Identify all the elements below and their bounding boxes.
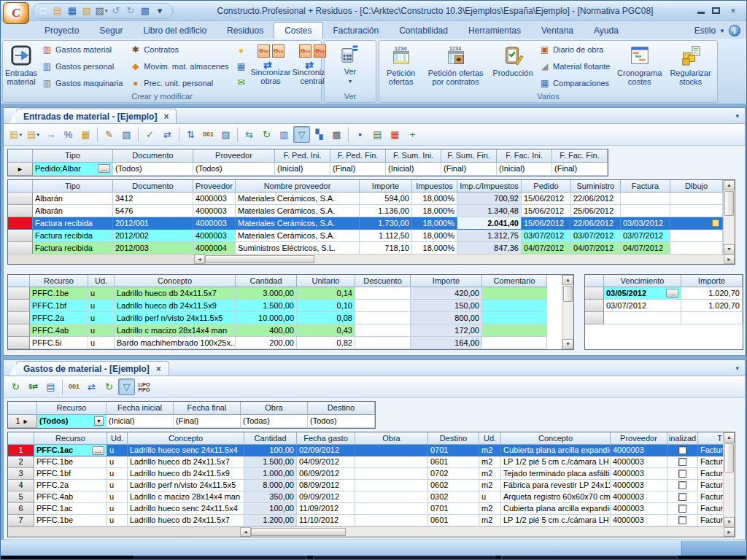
money-transfer-icon[interactable]: $⇄ (25, 378, 42, 395)
regularizar-stocks-button[interactable]: Regularizar stocks (666, 42, 715, 91)
estilo-label[interactable]: Estilo (694, 26, 716, 36)
gastos-material-button[interactable]: ▥Gastos material (39, 44, 125, 55)
venc-browse-button[interactable]: … (666, 289, 678, 298)
export-grid-icon[interactable]: ▦ (387, 126, 403, 143)
filter-icon[interactable]: ▽ (293, 126, 310, 143)
peticion-ofertas-button[interactable]: 1234 Petición ofertas (382, 42, 420, 91)
open-copy-icon[interactable]: ▤▾ (25, 126, 42, 143)
finalizado-checkbox[interactable] (678, 516, 686, 524)
tab-ayuda[interactable]: Ayuda (584, 23, 629, 39)
recurso-dropdown-icon[interactable]: ▼ (94, 416, 104, 426)
minimize-button[interactable] (697, 7, 705, 14)
ver-button[interactable]: Ver ▾ (327, 42, 374, 91)
document-calc-icon[interactable]: ▦ (77, 126, 94, 143)
attach-icon[interactable]: ⇅ (182, 126, 199, 143)
diario-de-obra-button[interactable]: ▣Diario de obra (536, 44, 613, 55)
tab-costes[interactable]: Costes (274, 22, 322, 39)
finalizado-checkbox[interactable] (678, 481, 686, 489)
sincronizar-obras-button[interactable]: G₁₀G₁₀ ⇄ Sincronizar obras (251, 42, 291, 91)
refresh-doc-icon[interactable]: ↻ (7, 378, 24, 395)
check-assign-icon[interactable]: ✓ (142, 126, 158, 143)
filter-tipo-input[interactable]: …Pedido;Albar (33, 163, 113, 176)
gastos-maquinaria-button[interactable]: ▥Gastos maquinaria (39, 77, 125, 89)
new-doc-icon[interactable]: □ (36, 4, 50, 18)
sync-grid-icon[interactable]: ⇄ (83, 378, 100, 395)
tab-herramientas[interactable]: Herramientas (458, 23, 531, 39)
page-add-icon[interactable]: + (404, 126, 421, 143)
gastos-grid-row[interactable]: 1 …PFFC.1ac u Ladrillo hueco senc 24x11.… (8, 445, 735, 456)
tab-libro-del-edificio[interactable]: Libro del edificio (133, 23, 217, 39)
taskbar-button[interactable] (501, 556, 678, 559)
gastos-close-icon[interactable]: × (156, 364, 161, 374)
entradas-grid-hscroll[interactable]: ◄ ► (8, 254, 735, 264)
tabla-bloqueo-icon[interactable]: ▦ (234, 60, 249, 74)
gastos-filter-fechaini-input[interactable]: (Inicial) (107, 415, 174, 428)
gastos-window-tab[interactable]: Gastos de material - [Ejemplo] × (15, 361, 169, 376)
lifo-fifo-icon[interactable]: LIFOFIFO (136, 378, 152, 395)
app-logo[interactable]: C (3, 2, 29, 24)
gastos-personal-button[interactable]: ▥Gastos personal (39, 61, 125, 72)
tab-facturacion[interactable]: Facturación (323, 23, 390, 39)
gastos-grid-row[interactable]: 6 …PFFC.1ac u Ladrillo hueco senc 24x11.… (8, 503, 735, 515)
filter-fsumini-input[interactable]: (Inicial) (386, 163, 441, 176)
detail-grid-row[interactable]: PFFC.4ab u Ladrillo c macizo 28x14x4 man… (8, 324, 573, 337)
gastos-filter-obra-input[interactable]: (Todas) (241, 415, 308, 428)
peticion-ofertas-por-contratos-button[interactable]: 1234 Petición ofertas por contratos (422, 42, 489, 91)
comparaciones-button[interactable]: ▦Comparaciones (536, 77, 613, 89)
notes-copy-icon[interactable]: ▤ (369, 126, 386, 143)
venc-grid-row[interactable]: …03/05/2012 1.020,70 (585, 287, 743, 300)
doc-transfer-icon[interactable]: ▤ (42, 378, 59, 395)
folder-icon[interactable]: ▧ (80, 4, 93, 18)
filter-fsumfin-input[interactable]: (Final) (441, 163, 497, 176)
cart-sync-icon[interactable]: ⇆ (241, 126, 258, 143)
swap-icon[interactable]: ⇄ (159, 126, 176, 143)
gastos-filter-destino-input[interactable]: (Todos) (308, 415, 375, 428)
filter-ffacini-input[interactable]: (Inicial) (497, 163, 552, 176)
close-button[interactable]: × (727, 6, 739, 16)
refresh-doc2-icon[interactable]: ↻ (101, 378, 117, 395)
pages-icon[interactable]: ▩ (328, 126, 345, 143)
finalizado-checkbox[interactable] (678, 470, 686, 478)
detail-grid-row[interactable]: PFFC.1be u Ladrillo hueco db 24x11.5x7 3… (8, 287, 573, 300)
pencil-cup-icon[interactable]: ✎ (101, 126, 117, 143)
tab-residuos[interactable]: Residuos (217, 23, 274, 39)
certificacion-icon[interactable]: ✉ (234, 75, 249, 89)
percent-split-icon[interactable]: % (60, 126, 77, 143)
open-entry-icon[interactable]: ▤▾ (7, 126, 24, 143)
tab-ventana[interactable]: Ventana (531, 23, 584, 39)
entradas-grid-row[interactable]: Factura recibida 2012/001 4000003 Materi… (8, 217, 735, 230)
gastos-window-menu-icon[interactable]: ▾ (735, 365, 739, 372)
view-grid-icon[interactable]: ▩ (139, 4, 152, 18)
finalizado-checkbox[interactable] (678, 446, 686, 454)
filter-proveedor-input[interactable]: (Todos) (193, 163, 275, 176)
filter-icon[interactable]: ▽ (118, 378, 135, 395)
print-icon[interactable]: ▨▾ (95, 4, 108, 18)
gastos-recurso-browse-button[interactable]: … (92, 446, 104, 455)
entradas-grid-row[interactable]: Albarán 5476 4000003 Materiales Cerámico… (8, 205, 735, 217)
entradas-grid-row[interactable]: Factura recibida 2012/002 4000003 Materi… (8, 230, 735, 242)
undo-icon[interactable]: ↺ (109, 4, 123, 18)
produccion-button[interactable]: Producción (491, 42, 535, 91)
table-doc-icon[interactable]: ▨ (217, 126, 234, 143)
entradas-grid-row[interactable]: Albarán 3412 4000003 Materiales Cerámico… (8, 192, 735, 205)
entradas-grid-row[interactable]: Factura recibida 2012/003 4000004 Sumini… (8, 242, 735, 254)
tab-contabilidad[interactable]: Contabilidad (389, 23, 458, 39)
filter-tipo-browse-button[interactable]: … (98, 164, 110, 173)
tab-proyecto[interactable]: Proyecto (34, 23, 89, 39)
gastos-grid-vscroll[interactable]: ▲▼ (723, 432, 735, 527)
entradas-window-tab[interactable]: Entradas de material - [Ejemplo] × (15, 109, 177, 123)
taskbar-button[interactable] (313, 556, 495, 559)
detail-grid-row[interactable]: PFFC.2a u Ladrillo perf n/visto 24x11.5x… (8, 312, 573, 324)
entradas-material-button[interactable]: Entradas material (5, 42, 37, 91)
entradas-window-menu-icon[interactable]: ▾ (735, 112, 739, 120)
help-info-icon[interactable]: i (729, 25, 740, 36)
detail-grid-row[interactable]: PFFC.1bf u Ladrillo hueco db 24x11.5x9 1… (8, 300, 573, 312)
gastos-grid-row[interactable]: 2 …PFFC.1be u Ladrillo hueco db 24x11.5x… (8, 456, 735, 468)
renumber-001-icon[interactable]: 001 (66, 378, 82, 395)
gastos-filter-recurso-input[interactable]: ▼(Todos) (37, 415, 107, 428)
gastos-grid-row[interactable]: 7 …PFFC.1be u Ladrillo hueco db 24x11.5x… (8, 515, 735, 526)
maquinaria-obra-icon[interactable]: ✶ (234, 44, 249, 58)
taskbar-button[interactable] (133, 556, 307, 559)
open-icon[interactable]: ▤ (51, 4, 64, 18)
qat-overflow-icon[interactable]: ▾ (153, 4, 166, 18)
